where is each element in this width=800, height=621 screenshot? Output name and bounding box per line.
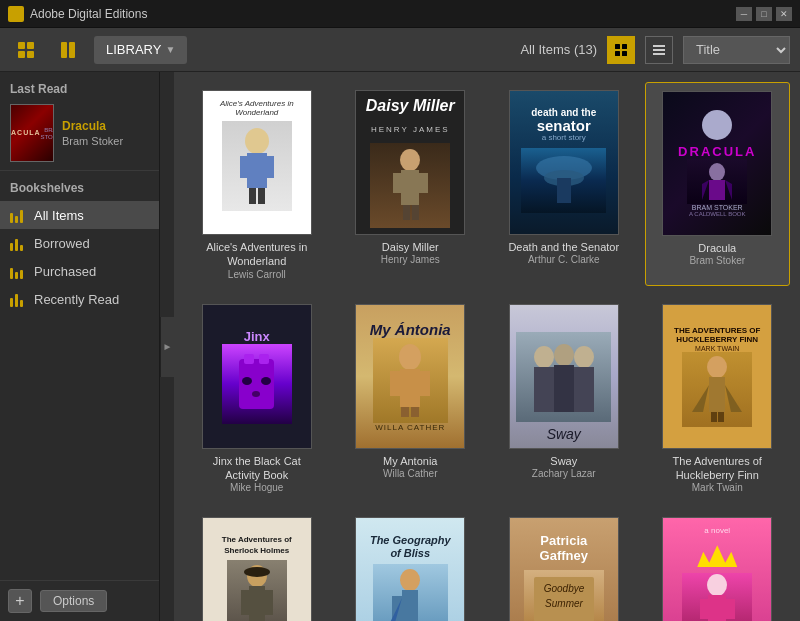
book-item-princess[interactable]: a novel The PrincessDiaries MEG <box>645 509 791 621</box>
maximize-button[interactable]: □ <box>756 7 772 21</box>
svg-point-50 <box>574 346 594 368</box>
svg-point-17 <box>245 128 269 154</box>
book-author-alice: Lewis Carroll <box>228 269 286 280</box>
sidebar-bottom: + Options <box>0 580 159 621</box>
last-read-book[interactable]: DRACULA BRAM STOKER Dracula Bram Stoker <box>10 104 149 162</box>
library-button[interactable]: LIBRARY ▼ <box>94 36 187 64</box>
book-item-bliss[interactable]: The Geography of Bliss The Geography of … <box>338 509 484 621</box>
svg-rect-51 <box>534 367 554 412</box>
sidebar-item-purchased[interactable]: Purchased <box>0 257 159 285</box>
book-cover-antonia: My Ántonia WILLA CATHER <box>355 304 465 449</box>
svg-point-23 <box>400 149 420 171</box>
svg-point-32 <box>709 163 725 181</box>
last-read-section: Last Read DRACULA BRAM STOKER Dracula Br… <box>0 72 159 171</box>
borrowed-icon <box>10 235 26 251</box>
sort-dropdown[interactable]: Title Author Date Added <box>683 36 790 64</box>
book-title-alice: Alice's Adventures in Wonderland <box>197 240 317 269</box>
book-cover-jinx: Jinx <box>202 304 312 449</box>
svg-rect-61 <box>249 586 265 621</box>
last-read-label: Last Read <box>10 82 149 96</box>
list-view-button[interactable] <box>645 36 673 64</box>
book-title-daisy: Daisy Miller <box>382 240 439 254</box>
svg-marker-56 <box>692 385 709 412</box>
svg-rect-16 <box>653 53 665 55</box>
svg-rect-18 <box>247 153 267 188</box>
close-button[interactable]: ✕ <box>776 7 792 21</box>
svg-marker-57 <box>725 385 742 412</box>
sidebar: Last Read DRACULA BRAM STOKER Dracula Br… <box>0 72 160 621</box>
sidebar-item-all-items[interactable]: All Items <box>0 201 159 229</box>
options-button[interactable]: Options <box>40 590 107 612</box>
book-item-sway[interactable]: Sway Sway Zachary Lazar <box>491 296 637 500</box>
svg-rect-9 <box>69 42 75 58</box>
book-item-antonia[interactable]: My Ántonia WILLA CATHER My Antonia <box>338 296 484 500</box>
app-title: Adobe Digital Editions <box>30 7 147 21</box>
book-cover-dracula: DRACULA BRAM STOKER A CALDWELL BOOK <box>662 91 772 236</box>
svg-rect-59 <box>718 412 724 422</box>
svg-rect-13 <box>622 51 627 56</box>
svg-rect-62 <box>241 590 250 615</box>
book-item-goodbye[interactable]: PatriciaGaffney Goodbye Summer Goodbye S… <box>491 509 637 621</box>
book-cover-goodbye: PatriciaGaffney Goodbye Summer Goodbye S… <box>509 517 619 621</box>
minimize-button[interactable]: ─ <box>736 7 752 21</box>
sidebar-item-borrowed[interactable]: Borrowed <box>0 229 159 257</box>
book-item-dracula[interactable]: DRACULA BRAM STOKER A CALDWELL BOOK Drac… <box>645 82 791 286</box>
svg-rect-47 <box>411 407 419 417</box>
svg-rect-63 <box>264 590 273 615</box>
svg-rect-31 <box>557 178 571 203</box>
svg-rect-78 <box>700 599 709 619</box>
svg-rect-0 <box>10 8 15 13</box>
book-author-death: Arthur C. Clarke <box>528 254 600 265</box>
book-cover-sway: Sway <box>509 304 619 449</box>
svg-marker-34 <box>702 180 709 200</box>
svg-rect-68 <box>402 590 418 621</box>
title-bar: Adobe Digital Editions ─ □ ✕ <box>0 0 800 28</box>
svg-rect-5 <box>27 42 34 49</box>
svg-rect-6 <box>18 51 25 58</box>
svg-rect-44 <box>390 371 401 396</box>
book-item-huck[interactable]: THE ADVENTURES OFHUCKLEBERRY FINN MARK T… <box>645 296 791 500</box>
book-cover-holmes: The Adventures ofSherlock Holmes <box>202 517 312 621</box>
borrowed-label: Borrowed <box>34 236 90 251</box>
svg-rect-12 <box>615 51 620 56</box>
book-title-antonia: My Antonia <box>383 454 437 468</box>
svg-rect-79 <box>726 599 735 619</box>
book-author-antonia: Willa Cather <box>383 468 437 479</box>
purchased-label: Purchased <box>34 264 96 279</box>
book-item-jinx[interactable]: Jinx Jinx the Black Cat Activity Book <box>184 296 330 500</box>
svg-rect-1 <box>17 8 22 13</box>
svg-rect-33 <box>709 180 725 200</box>
book-item-death[interactable]: death and the senator a short story Deat… <box>491 82 637 286</box>
svg-rect-46 <box>401 407 409 417</box>
svg-rect-38 <box>259 354 269 364</box>
svg-rect-22 <box>258 188 265 204</box>
add-button[interactable]: + <box>8 589 32 613</box>
sidebar-item-recently-read[interactable]: Recently Read <box>0 285 159 313</box>
book-title-sway: Sway <box>550 454 577 468</box>
purchased-icon <box>10 263 26 279</box>
book-title-jinx: Jinx the Black Cat Activity Book <box>197 454 317 483</box>
svg-rect-8 <box>61 42 67 58</box>
svg-rect-14 <box>653 45 665 47</box>
book-grid: Alice's Adventures in Wonderland Alice's… <box>184 82 790 621</box>
svg-point-40 <box>261 377 271 385</box>
svg-point-49 <box>554 344 574 366</box>
grid-view-icon-button[interactable] <box>10 34 42 66</box>
book-item-daisy[interactable]: Daisy Miller HENRY JAMES Daisy Mill <box>338 82 484 286</box>
book-item-holmes[interactable]: The Adventures ofSherlock Holmes <box>184 509 330 621</box>
svg-rect-11 <box>622 44 627 49</box>
grid-view-button[interactable] <box>607 36 635 64</box>
titlebar-left: Adobe Digital Editions <box>8 6 147 22</box>
book-icon-button[interactable] <box>52 34 84 66</box>
bookshelves-label: Bookshelves <box>0 171 159 201</box>
all-items-label: All Items <box>34 208 84 223</box>
book-author-sway: Zachary Lazar <box>532 468 596 479</box>
svg-rect-45 <box>419 371 430 396</box>
svg-marker-35 <box>725 180 732 200</box>
sidebar-collapse-button[interactable]: ► <box>160 317 174 377</box>
book-item-alice[interactable]: Alice's Adventures in Wonderland Alice's… <box>184 82 330 286</box>
recently-read-label: Recently Read <box>34 292 119 307</box>
book-cover-huck: THE ADVENTURES OFHUCKLEBERRY FINN MARK T… <box>662 304 772 449</box>
recently-read-icon <box>10 291 26 307</box>
svg-point-41 <box>252 391 260 397</box>
